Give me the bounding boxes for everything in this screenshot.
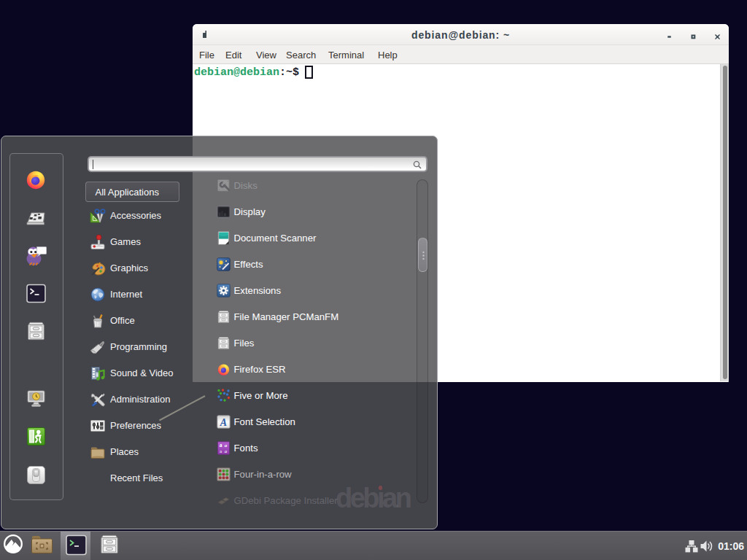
svg-text:a: a	[224, 443, 227, 448]
svg-text:a: a	[224, 448, 227, 454]
svg-text:A: A	[219, 417, 226, 428]
svg-text:a: a	[219, 442, 222, 448]
